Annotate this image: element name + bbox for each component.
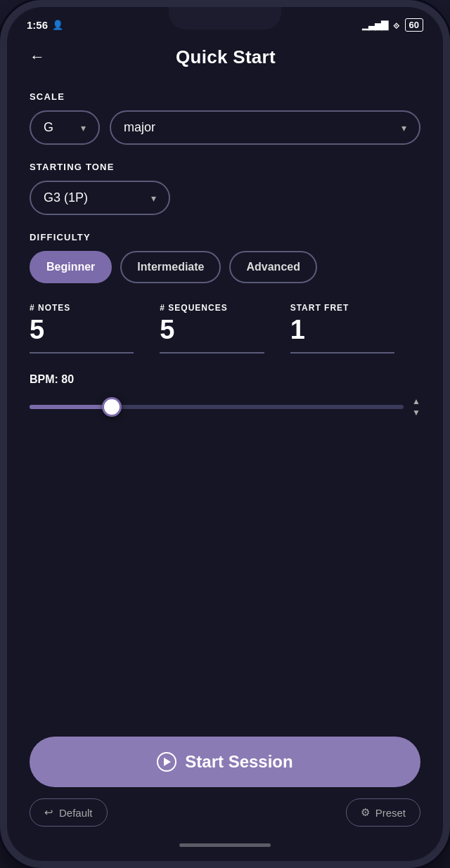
- default-button[interactable]: ↩ Default: [30, 798, 108, 827]
- preset-button[interactable]: ⚙ Preset: [346, 798, 420, 827]
- sequences-value: 5: [160, 316, 290, 345]
- start-session-button[interactable]: Start Session: [30, 737, 420, 787]
- sequences-label: # SEQUENCES: [160, 303, 290, 313]
- page-header: ← Quick Start: [30, 45, 420, 69]
- play-icon: [157, 752, 176, 772]
- stats-section: # NOTES 5 # SEQUENCES 5 START FRET 1: [30, 303, 420, 354]
- difficulty-label: DIFFICULTY: [30, 232, 420, 242]
- difficulty-section: DIFFICULTY Beginner Intermediate Advance…: [30, 232, 420, 283]
- slider-row: ▲ ▼: [30, 396, 420, 418]
- sequences-stat: # SEQUENCES 5: [160, 303, 290, 354]
- scale-type-value: major: [124, 120, 155, 135]
- chevron-down-icon: ▾: [151, 193, 156, 204]
- fret-stat: START FRET 1: [290, 303, 420, 354]
- signal-icon: ▁▃▅▇: [362, 20, 387, 30]
- scale-row: G ▾ major ▾: [30, 110, 420, 145]
- slider-thumb[interactable]: [102, 397, 122, 417]
- fret-underline: [290, 352, 394, 354]
- notes-underline: [30, 352, 134, 354]
- status-time: 1:56 👤: [27, 19, 63, 31]
- bpm-slider-container[interactable]: [30, 396, 404, 418]
- start-session-label: Start Session: [185, 752, 292, 772]
- gear-icon: ⚙: [361, 806, 370, 819]
- notes-stat: # NOTES 5: [30, 303, 160, 354]
- home-indicator: [179, 843, 271, 847]
- user-icon: 👤: [52, 20, 63, 30]
- content-area: ← Quick Start SCALE G ▾ major ▾: [7, 38, 443, 861]
- bpm-label: BPM: 80: [30, 373, 420, 386]
- scale-section: SCALE G ▾ major ▾: [30, 91, 420, 145]
- wifi-icon: ⟐: [393, 19, 399, 31]
- starting-tone-value: G3 (1P): [44, 190, 88, 205]
- footer-row: ↩ Default ⚙ Preset: [30, 798, 420, 827]
- bpm-section: BPM: 80 ▲ ▼: [30, 373, 420, 418]
- scale-type-dropdown[interactable]: major ▾: [110, 110, 420, 145]
- sequences-underline: [160, 352, 264, 354]
- chevron-down-icon: ▾: [81, 122, 86, 134]
- status-icons: ▁▃▅▇ ⟐ 60: [362, 18, 423, 32]
- slider-track: [30, 405, 404, 409]
- starting-tone-dropdown[interactable]: G3 (1P) ▾: [30, 181, 170, 215]
- arrow-up-icon[interactable]: ▲: [412, 396, 420, 406]
- fret-label: START FRET: [290, 303, 420, 313]
- starting-tone-section: STARTING TONE G3 (1P) ▾: [30, 162, 420, 215]
- notes-value: 5: [30, 316, 160, 345]
- arrow-down-icon[interactable]: ▼: [412, 408, 420, 417]
- difficulty-advanced[interactable]: Advanced: [229, 251, 316, 283]
- stats-row: # NOTES 5 # SEQUENCES 5 START FRET 1: [30, 303, 420, 354]
- notes-label: # NOTES: [30, 303, 160, 313]
- bottom-section: Start Session ↩ Default ⚙ Preset: [30, 737, 420, 838]
- fret-value: 1: [290, 316, 420, 345]
- time-display: 1:56: [27, 19, 48, 31]
- scale-key-value: G: [44, 120, 53, 135]
- page-title: Quick Start: [51, 46, 401, 68]
- starting-tone-label: STARTING TONE: [30, 162, 420, 172]
- slider-arrows[interactable]: ▲ ▼: [412, 396, 420, 417]
- slider-fill: [30, 405, 112, 409]
- spacer: [30, 432, 420, 737]
- scale-key-dropdown[interactable]: G ▾: [30, 110, 100, 145]
- difficulty-beginner[interactable]: Beginner: [30, 251, 112, 283]
- back-button[interactable]: ←: [30, 45, 51, 69]
- scale-label: SCALE: [30, 91, 420, 102]
- difficulty-intermediate[interactable]: Intermediate: [120, 251, 221, 283]
- difficulty-options: Beginner Intermediate Advanced: [30, 251, 420, 283]
- reset-icon: ↩: [44, 806, 53, 819]
- battery-display: 60: [405, 18, 423, 32]
- phone-frame: 1:56 👤 ▁▃▅▇ ⟐ 60 ← Quick Start SCALE: [0, 0, 450, 868]
- play-triangle: [164, 758, 171, 766]
- preset-label: Preset: [375, 807, 406, 819]
- default-label: Default: [59, 807, 93, 819]
- chevron-down-icon: ▾: [401, 122, 406, 134]
- status-bar: 1:56 👤 ▁▃▅▇ ⟐ 60: [7, 7, 443, 38]
- screen: 1:56 👤 ▁▃▅▇ ⟐ 60 ← Quick Start SCALE: [7, 7, 443, 861]
